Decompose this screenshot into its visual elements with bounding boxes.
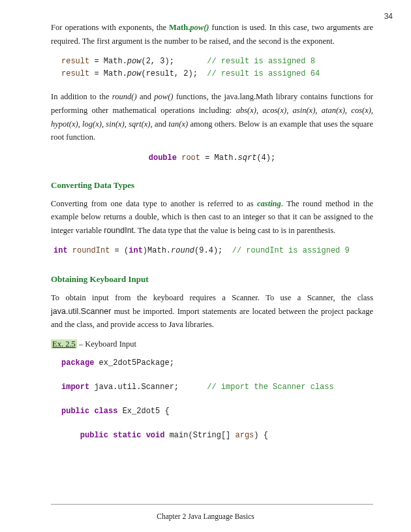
text: Converting from one data type to another…	[51, 199, 257, 208]
code: = Math.	[89, 57, 127, 66]
code-block-scanner: package ex_2dot5Package; import java.uti…	[61, 357, 373, 442]
section-heading-converting: Converting Data Types	[51, 180, 373, 191]
code: ex_2dot5Package;	[94, 358, 174, 368]
method: pow	[127, 57, 142, 66]
code: java.util.Scanner;	[89, 383, 207, 392]
func-name: tan(x)	[168, 119, 188, 129]
func-name: round()	[112, 92, 137, 101]
example-title: – Keyboard Input	[77, 339, 136, 349]
var-name: roundInt	[104, 226, 134, 235]
code: = Math.	[89, 69, 127, 78]
keyword: void	[146, 431, 165, 440]
footer-divider	[51, 504, 373, 505]
footer-text: Chapter 2 Java Language Basics	[0, 512, 411, 520]
text: For operations with exponents, the	[51, 23, 169, 32]
example-label-line: Ex. 2.5 – Keyboard Input	[51, 339, 373, 349]
method: sqrt	[238, 153, 257, 163]
keyword: public	[80, 431, 108, 440]
code-block-pow: result = Math.pow(2, 3); // result is as…	[61, 55, 373, 80]
code-block-cast: int roundInt = (int)Math.round(9.4); // …	[53, 245, 373, 257]
text: In addition to the	[51, 92, 112, 101]
code: Ex_2dot5 {	[117, 407, 169, 416]
method: pow	[127, 69, 142, 78]
code: (result, 2);	[141, 69, 207, 78]
identifier: result	[61, 69, 89, 78]
comment: // roundInt is assigned 9	[232, 246, 350, 255]
keyword: int	[129, 246, 143, 255]
code: (4);	[256, 153, 275, 163]
identifier: result	[61, 57, 89, 66]
keyword: package	[61, 358, 94, 368]
keyword: int	[53, 246, 68, 255]
text: and	[153, 119, 169, 129]
paragraph-2: In addition to the round() and pow() fun…	[51, 90, 373, 144]
paragraph-3: Converting from one data type to another…	[51, 197, 373, 238]
code: = Math.	[200, 153, 238, 163]
casting-term: casting	[257, 199, 281, 208]
code: (9.4);	[194, 246, 232, 255]
comment: // result is assigned 64	[207, 69, 320, 78]
code: main(String[]	[164, 431, 235, 440]
keyword: import	[61, 383, 89, 392]
code: (2, 3);	[141, 57, 207, 66]
code: = (	[110, 246, 129, 255]
paragraph-1: For operations with exponents, the Math.…	[51, 21, 373, 48]
class-name: java.util.Scanner	[51, 307, 111, 316]
method: round	[171, 246, 194, 255]
code: ) {	[254, 431, 268, 440]
identifier: root	[181, 153, 200, 163]
identifier: args	[236, 431, 254, 440]
math-class: Math.	[169, 23, 190, 32]
keyword: static	[113, 431, 141, 440]
code	[68, 246, 72, 255]
example-badge: Ex. 2.5	[51, 339, 77, 349]
page-number: 34	[384, 12, 393, 21]
code: )Math.	[143, 246, 171, 255]
keyword: double	[149, 153, 177, 163]
keyword: class	[94, 407, 117, 416]
keyword: public	[61, 407, 89, 416]
section-heading-keyboard: Obtaining Keyboard Input	[51, 274, 373, 285]
comment: // result is assigned 8	[207, 57, 315, 66]
paragraph-4: To obtain input from the keyboard requir…	[51, 291, 373, 332]
text: To obtain input from the keyboard requir…	[51, 293, 373, 302]
identifier: roundInt	[72, 246, 110, 255]
pow-func: pow()	[190, 23, 209, 32]
text: . The data type that the value is being …	[134, 226, 335, 235]
comment: // import the Scanner class	[207, 383, 333, 392]
code-block-sqrt: double root = Math.sqrt(4);	[51, 152, 373, 164]
func-name: pow()	[154, 92, 173, 101]
text: and	[137, 92, 155, 101]
